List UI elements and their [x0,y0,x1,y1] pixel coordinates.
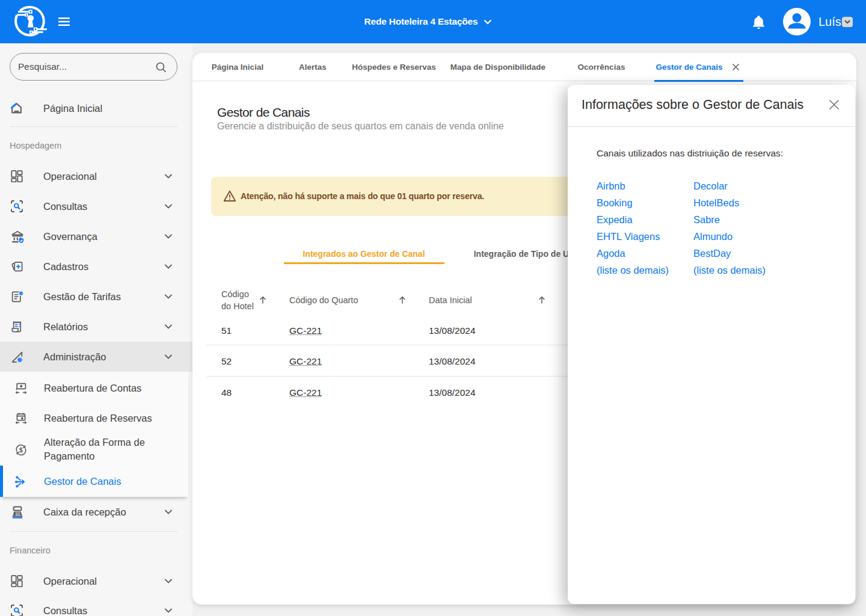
svg-text:$: $ [19,446,23,454]
